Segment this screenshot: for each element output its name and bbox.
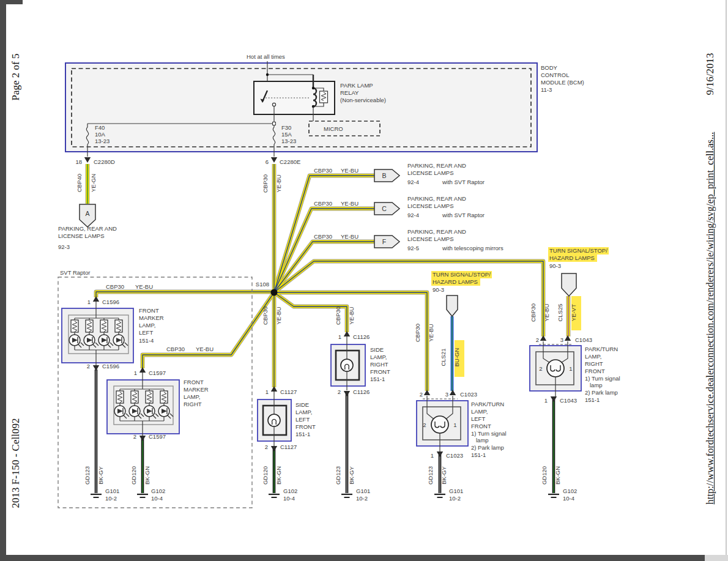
svg-text:LICENSE LAMPS: LICENSE LAMPS <box>407 202 454 209</box>
svg-text:BK-GY: BK-GY <box>97 466 104 485</box>
svg-text:G102: G102 <box>151 488 165 494</box>
svg-text:92-5: 92-5 <box>407 245 419 251</box>
svg-text:2) Park lamp: 2) Park lamp <box>471 444 504 451</box>
svg-text:with SVT Raptor: with SVT Raptor <box>442 212 485 218</box>
svg-text:RIGHT: RIGHT <box>184 401 202 407</box>
svg-text:10A: 10A <box>95 131 106 138</box>
svg-text:GD123: GD123 <box>84 466 91 485</box>
wire-label-ye-gn: YE-GN <box>90 174 97 192</box>
svg-text:PARK/TURN: PARK/TURN <box>471 401 504 407</box>
svg-text:RIGHT: RIGHT <box>585 360 603 367</box>
svg-text:LAMP,: LAMP, <box>295 409 312 415</box>
svg-text:10-2: 10-2 <box>449 495 461 502</box>
svg-text:C1126: C1126 <box>353 388 370 395</box>
svg-text:F40: F40 <box>95 124 105 131</box>
svg-text:2: 2 <box>420 391 423 398</box>
ground-wire-labels: GD123 BK-GY GD120 BK-GN GD120 BK-GN GD12… <box>84 466 561 485</box>
svg-text:CBP30: CBP30 <box>414 324 421 342</box>
svg-text:YE-BU: YE-BU <box>135 283 153 290</box>
svg-text:CBP30: CBP30 <box>335 307 341 325</box>
svg-text:2: 2 <box>265 444 268 450</box>
svg-text:(Non-serviceable): (Non-serviceable) <box>340 97 386 103</box>
svg-text:15A: 15A <box>281 131 292 138</box>
svg-text:BK-GN: BK-GN <box>275 466 282 485</box>
svg-text:C1127: C1127 <box>280 444 297 450</box>
svg-text:C1023: C1023 <box>446 452 463 459</box>
svg-text:F: F <box>382 238 386 245</box>
svg-text:PARK/TURN: PARK/TURN <box>585 346 618 352</box>
svg-text:G102: G102 <box>283 488 297 494</box>
svg-text:10-4: 10-4 <box>151 495 163 502</box>
svg-text:18: 18 <box>75 158 82 165</box>
svg-text:2: 2 <box>539 365 542 372</box>
svg-text:1) Turn signal: 1) Turn signal <box>471 430 507 437</box>
svg-text:YE-BU: YE-BU <box>341 200 358 207</box>
svg-text:LEFT: LEFT <box>139 329 153 336</box>
svg-text:1: 1 <box>87 299 91 305</box>
svg-text:LAMP,: LAMP, <box>585 353 601 360</box>
svg-text:13-23: 13-23 <box>281 138 296 144</box>
svg-text:LICENSE LAMPS: LICENSE LAMPS <box>407 169 454 176</box>
svg-text:with telescoping mirrors: with telescoping mirrors <box>442 245 503 251</box>
park-turn-lamp-right-front: 2 3 C1043 2 1 1 C1043 PARK/TURN LAMP, RI… <box>530 335 620 404</box>
svg-text:CBP30: CBP30 <box>262 307 269 325</box>
svg-text:90-3: 90-3 <box>549 262 561 269</box>
svg-text:92-4: 92-4 <box>407 212 419 218</box>
svg-text:RELAY: RELAY <box>340 89 359 96</box>
svg-text:C2280E: C2280E <box>280 158 300 165</box>
svg-text:YE-BU: YE-BU <box>275 307 282 324</box>
svg-text:151-1: 151-1 <box>370 376 385 382</box>
svg-text:3: 3 <box>445 391 448 398</box>
svg-text:2: 2 <box>536 336 539 343</box>
svg-text:1: 1 <box>266 388 269 395</box>
svg-text:2: 2 <box>338 388 341 395</box>
svg-text:BK-GY: BK-GY <box>440 466 447 485</box>
print-preview-page: Page 2 of 5 2013 F-150 - Cell092 9/16/20… <box>0 0 728 561</box>
svg-text:YE-BU: YE-BU <box>428 324 434 341</box>
svg-text:CBP30: CBP30 <box>314 200 332 207</box>
svg-text:BK-GN: BK-GN <box>144 466 150 485</box>
svg-text:MARKER: MARKER <box>139 314 164 321</box>
svg-text:151-1: 151-1 <box>295 431 310 437</box>
svg-text:PARK LAMP: PARK LAMP <box>340 82 373 89</box>
svg-text:C1597: C1597 <box>149 370 166 376</box>
svg-text:CBP30: CBP30 <box>314 233 332 240</box>
svg-text:BODY: BODY <box>541 64 558 71</box>
hot-at-all-times-label: Hot at all times <box>247 53 285 60</box>
svg-text:YE-BU: YE-BU <box>341 167 358 174</box>
svg-text:151-1: 151-1 <box>585 396 600 403</box>
svg-text:2: 2 <box>423 422 426 428</box>
svg-text:BK-GY: BK-GY <box>348 466 355 485</box>
svg-text:1: 1 <box>431 452 434 459</box>
svg-text:PARKING, REAR AND: PARKING, REAR AND <box>407 228 466 235</box>
svg-text:1: 1 <box>569 365 572 372</box>
svg-text:LICENSE LAMPS: LICENSE LAMPS <box>407 236 454 242</box>
svg-text:SIDE: SIDE <box>370 346 384 353</box>
svg-text:10-4: 10-4 <box>283 495 295 502</box>
svg-text:LEFT: LEFT <box>295 416 310 423</box>
svg-text:GD123: GD123 <box>427 466 434 485</box>
svg-text:11-3: 11-3 <box>541 86 552 93</box>
svg-text:2: 2 <box>87 363 90 370</box>
svg-text:1: 1 <box>338 333 341 340</box>
wire-label-cls25: CLS25 <box>557 303 563 321</box>
svg-text:C1596: C1596 <box>102 363 119 370</box>
svg-text:151-4: 151-4 <box>139 337 154 344</box>
svg-text:FRONT: FRONT <box>184 379 204 385</box>
svg-text:LAMP,: LAMP, <box>139 322 155 329</box>
svg-text:LEFT: LEFT <box>471 415 485 422</box>
svg-text:BK-GN: BK-GN <box>554 466 561 485</box>
ground-points: G10110-2 G10210-4 G10210-4 G10110-2 G101… <box>91 488 577 502</box>
svg-text:2: 2 <box>133 433 136 440</box>
svg-text:RIGHT: RIGHT <box>370 361 388 368</box>
splice-s108-label: S108 <box>256 281 269 288</box>
svg-text:LAMP,: LAMP, <box>370 354 387 360</box>
svg-text:PARKING, REAR AND: PARKING, REAR AND <box>58 225 117 232</box>
wire-label-ye-bu: YE-BU <box>275 174 282 192</box>
svg-text:LAMP,: LAMP, <box>184 393 200 400</box>
svg-text:C1023: C1023 <box>460 391 477 398</box>
wire-label-cbp40: CBP40 <box>76 174 83 192</box>
svg-text:1: 1 <box>544 397 548 404</box>
svg-text:G101: G101 <box>356 488 370 494</box>
svg-text:GD123: GD123 <box>335 466 341 485</box>
